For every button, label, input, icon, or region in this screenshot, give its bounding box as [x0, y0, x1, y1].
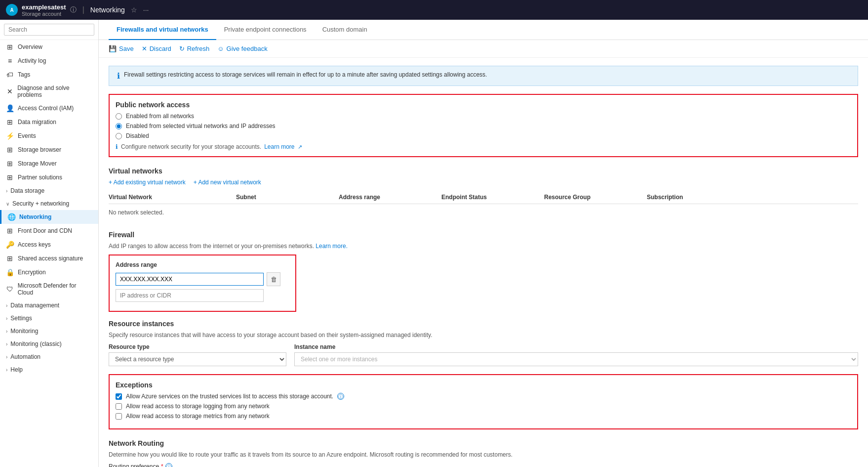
group-label: Data storage	[10, 187, 44, 194]
resource-type-select[interactable]: Select a resource type	[109, 352, 286, 366]
firewall-title: Firewall	[109, 231, 858, 239]
sidebar-item-defender[interactable]: 🛡 Microsoft Defender for Cloud	[0, 279, 98, 299]
sidebar-item-overview[interactable]: ⊞ Overview	[0, 40, 98, 54]
sidebar-item-encryption[interactable]: 🔒 Encryption	[0, 265, 98, 279]
toolbar: 💾 Save ✕ Discard ↻ Refresh ☺ Give feedba…	[99, 40, 868, 58]
instance-name-col: Instance name Select one or more instanc…	[294, 343, 858, 366]
sidebar-item-data-migration[interactable]: ⊞ Data migration	[0, 115, 98, 129]
sidebar-item-events[interactable]: ⚡ Events	[0, 129, 98, 143]
sidebar-item-storage-mover[interactable]: ⊞ Storage Mover	[0, 157, 98, 170]
add-new-vnet-button[interactable]: + Add new virtual network	[194, 179, 261, 186]
tab-firewalls[interactable]: Firewalls and virtual networks	[109, 20, 216, 40]
chevron-icon: ›	[6, 354, 7, 360]
networking-icon: 🌐	[7, 213, 15, 221]
sidebar-item-label: Access keys	[18, 241, 51, 248]
chevron-icon: ∨	[6, 201, 9, 207]
refresh-icon: ↻	[179, 45, 185, 52]
radio-all-networks-input[interactable]	[116, 113, 122, 120]
sidebar-group-automation[interactable]: › Automation	[0, 350, 98, 363]
sidebar-item-label: Front Door and CDN	[18, 227, 72, 234]
sidebar-item-partner-solutions[interactable]: ⊞ Partner solutions	[0, 170, 98, 184]
instance-name-label: Instance name	[294, 343, 858, 350]
exception-read-metrics-checkbox[interactable]	[116, 413, 122, 420]
address-range-label: Address range	[116, 261, 289, 268]
topbar-more-icon[interactable]: ···	[143, 6, 149, 14]
address-input-row-new	[116, 289, 289, 302]
sidebar-item-label: Partner solutions	[18, 174, 62, 181]
sidebar-group-security-networking[interactable]: ∨ Security + networking	[0, 197, 98, 210]
exceptions-title: Exceptions	[116, 381, 851, 389]
sidebar-item-shared-access[interactable]: ⊞ Shared access signature	[0, 252, 98, 265]
chevron-icon: ›	[6, 329, 7, 334]
address-input-new[interactable]	[116, 289, 264, 302]
sidebar-item-label: Overview	[18, 43, 42, 50]
radio-disabled[interactable]: Disabled	[116, 132, 851, 139]
resource-instances-title: Resource instances	[109, 320, 858, 328]
front-door-icon: ⊞	[6, 227, 14, 235]
migration-icon: ⊞	[6, 118, 14, 126]
topbar-star-icon[interactable]: ☆	[131, 6, 137, 14]
sidebar-group-monitoring[interactable]: › Monitoring	[0, 325, 98, 338]
search-input[interactable]	[4, 24, 94, 36]
col-subscription: Subscription	[647, 194, 858, 201]
feedback-button[interactable]: ☺ Give feedback	[217, 45, 267, 52]
sidebar-group-data-storage[interactable]: › Data storage	[0, 184, 98, 197]
sidebar-group-data-management[interactable]: › Data management	[0, 299, 98, 312]
routing-info-icon[interactable]: ⓘ	[165, 463, 172, 467]
group-label: Help	[10, 366, 23, 373]
save-icon: 💾	[109, 45, 117, 52]
feedback-icon: ☺	[217, 45, 224, 52]
address-input-existing[interactable]	[116, 273, 264, 286]
chevron-icon: ›	[6, 188, 7, 194]
sidebar-item-networking[interactable]: 🌐 Networking	[0, 210, 98, 224]
learn-more-link[interactable]: Learn more	[264, 143, 294, 150]
delete-address-button[interactable]: 🗑	[267, 272, 280, 286]
encryption-icon: 🔒	[6, 268, 14, 276]
tab-private-endpoints[interactable]: Private endpoint connections	[216, 20, 315, 40]
instance-name-select[interactable]: Select one or more instances	[294, 352, 858, 366]
public-network-access-section: Public network access Enabled from all n…	[99, 86, 868, 157]
radio-selected-networks[interactable]: Enabled from selected virtual networks a…	[116, 123, 851, 129]
discard-button[interactable]: ✕ Discard	[142, 45, 171, 52]
group-label: Monitoring	[10, 328, 38, 335]
sidebar-item-tags[interactable]: 🏷 Tags	[0, 68, 98, 82]
access-keys-icon: 🔑	[6, 241, 14, 249]
sidebar-group-monitoring-classic[interactable]: › Monitoring (classic)	[0, 338, 98, 350]
refresh-button[interactable]: ↻ Refresh	[179, 45, 210, 52]
network-routing-section: Network Routing Determine how you would …	[99, 431, 868, 467]
add-existing-vnet-button[interactable]: + Add existing virtual network	[109, 179, 186, 186]
topbar-info-icon[interactable]: ⓘ	[70, 5, 77, 14]
sidebar-item-storage-browser[interactable]: ⊞ Storage browser	[0, 143, 98, 157]
firewall-desc: Add IP ranges to allow access from the i…	[109, 243, 858, 250]
radio-disabled-input[interactable]	[116, 133, 122, 139]
firewall-learn-more-link[interactable]: Learn more.	[316, 243, 348, 250]
sidebar-item-front-door[interactable]: ⊞ Front Door and CDN	[0, 224, 98, 238]
sidebar-group-settings[interactable]: › Settings	[0, 312, 98, 325]
sidebar-group-help[interactable]: › Help	[0, 363, 98, 376]
exception-trusted-services-checkbox[interactable]	[116, 393, 122, 400]
public-network-radio-group: Enabled from all networks Enabled from s…	[116, 113, 851, 139]
trusted-services-info-icon[interactable]: ⓘ	[337, 393, 344, 400]
radio-all-networks[interactable]: Enabled from all networks	[116, 113, 851, 120]
account-name: examplesatest	[22, 3, 66, 11]
radio-selected-networks-input[interactable]	[116, 123, 122, 129]
routing-preference-label: Routing preference	[109, 463, 159, 467]
iam-icon: 👤	[6, 104, 14, 112]
sidebar-item-diagnose[interactable]: ✕ Diagnose and solve problems	[0, 82, 98, 101]
group-label: Settings	[10, 315, 32, 322]
sidebar-item-activity-log[interactable]: ≡ Activity log	[0, 54, 98, 68]
sidebar-item-label: Activity log	[18, 57, 46, 64]
save-button[interactable]: 💾 Save	[109, 45, 134, 52]
public-network-info: ℹ Configure network security for your st…	[116, 143, 851, 150]
col-endpoint-status: Endpoint Status	[441, 194, 540, 201]
resource-instances-row: Resource type Select a resource type Ins…	[109, 343, 858, 366]
info-banner-icon: ℹ	[117, 71, 120, 81]
shared-access-icon: ⊞	[6, 255, 14, 262]
azure-logo: A	[6, 4, 18, 16]
tab-custom-domain[interactable]: Custom domain	[315, 20, 375, 40]
sidebar-item-access-control[interactable]: 👤 Access Control (IAM)	[0, 101, 98, 115]
sidebar-item-access-keys[interactable]: 🔑 Access keys	[0, 238, 98, 252]
sidebar-search-container	[0, 20, 98, 40]
exception-read-logging-checkbox[interactable]	[116, 403, 122, 410]
sidebar: ⊞ Overview ≡ Activity log 🏷 Tags ✕ Diagn…	[0, 20, 99, 467]
